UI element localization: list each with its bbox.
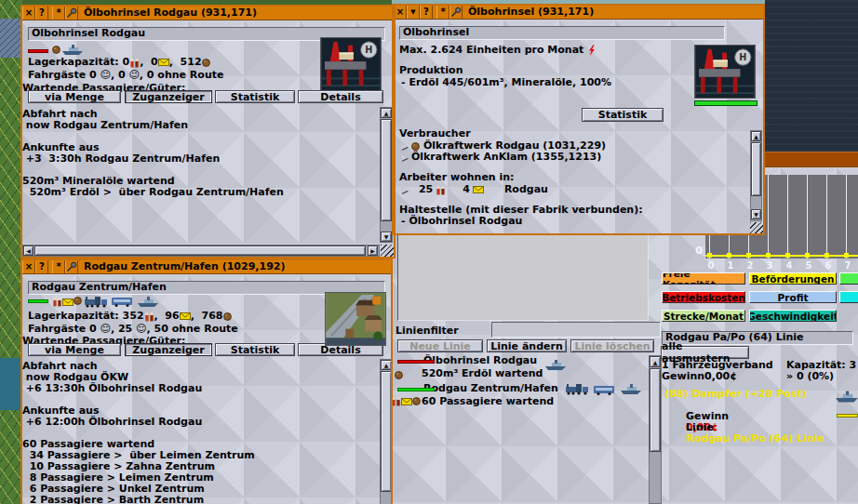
line-color-bar-red	[28, 49, 48, 53]
goods-icon	[412, 397, 421, 405]
mail-icon	[401, 398, 412, 405]
line-color-bar-yellow	[837, 414, 858, 418]
minimize-icon[interactable]: *	[436, 5, 449, 19]
help-icon[interactable]: ?	[35, 259, 48, 273]
chart-x-tick: 0	[704, 260, 717, 271]
scrollbar-slider[interactable]	[381, 371, 392, 492]
log-line: +6 12:00h Ölbohrinsel Rodgau	[22, 417, 202, 428]
tab-via-menge[interactable]: via Menge	[28, 343, 121, 356]
tab-statistik[interactable]: Statistik	[215, 343, 295, 356]
log-line: 520m³ Erdöl > über Rodgau Zentrum/Hafen	[22, 187, 284, 198]
workers-mail-count: 4	[463, 184, 470, 195]
workers-city-name[interactable]: Rodgau	[504, 184, 548, 195]
pin-icon[interactable]	[449, 5, 463, 19]
scroll-left-button[interactable]: ◀	[23, 245, 34, 256]
consumer-row[interactable]: ▶ Ölkraftwerk AnKlam (1355,1213)	[401, 152, 601, 163]
scroll-up-button[interactable]: ▲	[751, 131, 761, 141]
chart-x-tick: 7	[841, 260, 854, 271]
close-icon[interactable]: ×	[22, 259, 35, 273]
scrollbar-slider[interactable]	[751, 142, 761, 196]
minimize-icon[interactable]: *	[52, 259, 65, 273]
goods-icon	[395, 371, 403, 379]
chart-button-geschwindigkeit[interactable]: Geschwindigkeit	[749, 310, 837, 322]
chart-button-profit[interactable]: Profit	[749, 291, 837, 303]
line-load: » 0 (0%)	[786, 371, 834, 382]
halt-hafen-titlebar[interactable]: × ? * Rodgau Zentrum/Hafen (1029,192)	[20, 259, 393, 274]
tab-details[interactable]: Details	[298, 90, 383, 103]
passenger-status-row: Fahrgäste 0 ☺, 0 ☺, 0 ohne Route	[28, 70, 223, 81]
consumers-label: Verbraucher	[399, 128, 471, 139]
scroll-down-button[interactable]: ▼	[751, 209, 761, 219]
goods-icon	[202, 59, 210, 67]
workers-row[interactable]: ▶ 25 4 Rodgau	[401, 184, 548, 195]
window-title: Ölbohrinsel (931,171)	[468, 6, 594, 18]
ship-icon	[620, 384, 642, 395]
chart-button-befoerderungen[interactable]: Beförderungen	[749, 272, 837, 285]
steamship-icon	[835, 390, 858, 405]
line-filter-label: Linienfilter	[395, 325, 459, 337]
max-production-text: Max. 2.624 Einheiten pro Monat	[399, 45, 583, 56]
new-line-button[interactable]: Neue Linie	[397, 339, 483, 352]
scroll-right-button[interactable]: ▶	[368, 245, 378, 256]
help-icon[interactable]: ?	[35, 6, 48, 20]
chart-data-point	[766, 253, 771, 258]
train-icon	[565, 383, 589, 395]
chart-x-tick: 3	[763, 260, 776, 271]
retire-all-button[interactable]: alle ausmustern	[661, 346, 749, 359]
pin-icon[interactable]	[65, 6, 78, 20]
stop-list-item-status: 520m³ Erdöl wartend	[422, 368, 543, 379]
change-line-button[interactable]: Linie ändern	[487, 339, 567, 352]
minimize-icon[interactable]: *	[52, 6, 65, 20]
passengers-icon	[144, 312, 154, 322]
goto-arrow-icon[interactable]: ▶	[401, 152, 408, 163]
goto-arrow-icon[interactable]: ▶	[401, 140, 408, 152]
convoy-line-value[interactable]: Rodgau Pa/Po (64) Linie	[686, 432, 824, 444]
goods-icon	[223, 312, 232, 321]
scrollbar-slider[interactable]	[650, 368, 661, 452]
resize-grip[interactable]	[750, 222, 763, 233]
chart-button-col3-row1[interactable]: E	[839, 272, 858, 285]
chart-button-strecke-monat[interactable]: Strecke/Monat	[662, 310, 745, 322]
line-filter-input[interactable]	[491, 322, 661, 338]
scrollbar-slider[interactable]	[381, 119, 392, 221]
mail-icon	[473, 186, 484, 193]
workers-pass-count: 25	[419, 184, 433, 195]
max-production-row: Max. 2.624 Einheiten pro Monat	[399, 45, 596, 56]
scroll-up-button[interactable]: ▲	[650, 356, 661, 367]
shade-icon[interactable]: ▼	[407, 5, 420, 19]
close-icon[interactable]: ×	[394, 5, 407, 19]
tab-via-menge[interactable]: via Menge	[28, 90, 121, 103]
halt-oilrig-titlebar[interactable]: × ? * Ölbohrinsel Rodgau (931,171)	[20, 5, 395, 20]
chart-button-col3-row2[interactable]: L	[839, 291, 858, 303]
production-label: Produktion	[399, 65, 463, 76]
stop-list-item-name[interactable]: Rodgau Zentrum/Hafen	[423, 383, 558, 394]
tab-zuganzeiger[interactable]: Zuganzeiger	[125, 90, 212, 103]
bus-icon	[593, 385, 615, 395]
scroll-up-button[interactable]: ▲	[381, 108, 392, 118]
scroll-up-button[interactable]: ▲	[381, 360, 392, 370]
factory-titlebar[interactable]: × ▼ ? * Ölbohrinsel (931,171)	[392, 4, 765, 20]
pin-icon[interactable]	[65, 259, 78, 273]
statistik-button[interactable]: Statistik	[582, 108, 664, 122]
scroll-down-button[interactable]: ▼	[381, 232, 392, 242]
tab-statistik[interactable]: Statistik	[215, 90, 295, 103]
convoy-list-item-name[interactable]: (88) Dampfer (+28 Post)	[664, 389, 806, 400]
chart-button-betriebskosten[interactable]: Betriebskosten	[662, 291, 745, 303]
close-icon[interactable]: ×	[22, 6, 35, 20]
ship-icon	[61, 45, 84, 56]
consumer-name[interactable]: Ölkraftwerk AnKlam (1355,1213)	[411, 152, 601, 163]
electricity-icon	[588, 45, 596, 56]
goto-arrow-icon[interactable]: ▶	[401, 184, 408, 195]
train-icon	[84, 296, 108, 308]
goods-icon	[52, 46, 60, 54]
mail-icon	[180, 312, 191, 320]
chart-x-tick: 6	[822, 260, 835, 271]
scrollbar-slider[interactable]	[34, 245, 366, 256]
resize-grip[interactable]	[381, 245, 394, 257]
help-icon[interactable]: ?	[420, 5, 433, 19]
chart-button-freie-kapazitaet[interactable]: Freie Kapazität	[662, 272, 745, 285]
goods-icon	[411, 142, 420, 151]
stop-list-item-name[interactable]: Ölbohrinsel Rodgau	[423, 355, 537, 366]
tab-zuganzeiger[interactable]: Zuganzeiger	[125, 343, 212, 356]
delete-line-button[interactable]: Linie löschen	[570, 339, 654, 352]
